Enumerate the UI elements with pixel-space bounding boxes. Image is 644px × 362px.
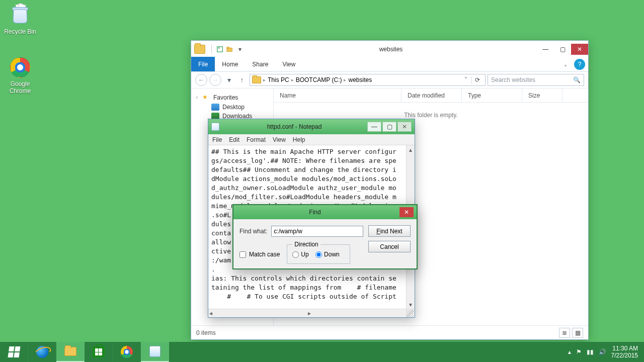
taskbar-notepad[interactable] xyxy=(141,342,169,362)
breadcrumb-item[interactable]: This PC xyxy=(268,76,289,83)
explorer-title: websites xyxy=(245,46,537,53)
nav-recent-dropdown[interactable]: ▾ xyxy=(223,74,234,85)
tab-home[interactable]: Home xyxy=(215,57,245,71)
taskbar-store[interactable] xyxy=(85,342,113,362)
direction-group: Direction Up Down xyxy=(287,241,350,264)
refresh-icon[interactable]: ⟳ xyxy=(471,76,483,83)
folder-icon xyxy=(64,347,76,356)
desktop-icon-label: Recycle Bin xyxy=(2,28,38,35)
address-bar[interactable]: ▸ This PC ▸ BOOTCAMP (C:) ▸ websites ˅ ⟳ xyxy=(250,74,486,86)
scroll-up-icon[interactable]: ▴ xyxy=(407,145,415,154)
notepad-titlebar[interactable]: httpd.conf - Notepad — ▢ ✕ xyxy=(208,119,415,134)
store-icon xyxy=(93,346,105,357)
svg-rect-1 xyxy=(218,47,220,48)
find-what-label: Find what: xyxy=(239,228,267,235)
desktop-icon-recycle-bin[interactable]: Recycle Bin xyxy=(2,3,38,35)
breadcrumb-item[interactable]: BOOTCAMP (C:) xyxy=(296,76,342,83)
qat-properties-icon[interactable] xyxy=(215,44,225,54)
scroll-left-icon[interactable]: ◂ xyxy=(209,310,212,317)
menu-help[interactable]: Help xyxy=(293,136,305,143)
folder-icon xyxy=(252,76,261,83)
desktop-icon-label: Google Chrome xyxy=(2,80,38,95)
maximize-button[interactable]: ▢ xyxy=(382,122,396,132)
notepad-icon xyxy=(149,346,160,357)
col-date[interactable]: Date modified xyxy=(401,88,462,102)
col-type[interactable]: Type xyxy=(462,88,522,102)
close-button[interactable]: ✕ xyxy=(397,122,412,132)
direction-up-radio[interactable]: Up xyxy=(292,251,308,258)
maximize-button[interactable]: ▢ xyxy=(554,44,571,55)
desktop-icon xyxy=(211,104,219,111)
windows-logo-icon xyxy=(8,346,20,357)
search-input[interactable]: Search websites 🔍 xyxy=(488,74,584,86)
menu-format[interactable]: Format xyxy=(247,136,266,143)
view-icons-icon[interactable]: ▦ xyxy=(572,328,583,338)
find-what-input[interactable] xyxy=(271,226,363,237)
close-button[interactable]: ✕ xyxy=(399,207,414,217)
tray-network-icon[interactable]: ▮▮ xyxy=(587,348,594,355)
minimize-button[interactable]: — xyxy=(537,44,554,55)
taskbar-clock[interactable]: 11:30 AM 7/22/2015 xyxy=(611,345,638,359)
empty-folder-message: This folder is empty. xyxy=(404,112,457,119)
list-header[interactable]: Name Date modified Type Size xyxy=(274,88,588,103)
notepad-menubar: File Edit Format View Help xyxy=(208,134,415,145)
menu-edit[interactable]: Edit xyxy=(229,136,239,143)
desktop-icon-chrome[interactable]: Google Chrome xyxy=(2,55,38,95)
tab-view[interactable]: View xyxy=(275,57,302,71)
chrome-icon xyxy=(121,346,133,358)
address-bar-row: ← → ▾ ↑ ▸ This PC ▸ BOOTCAMP (C:) ▸ webs… xyxy=(191,72,588,88)
ribbon-tabs: File Home Share View ˅ ? xyxy=(191,57,588,72)
chrome-icon xyxy=(8,55,32,79)
svg-rect-0 xyxy=(217,46,223,52)
start-button[interactable] xyxy=(0,342,28,362)
horizontal-scrollbar[interactable]: ◂ ▸ xyxy=(208,309,415,317)
explorer-titlebar[interactable]: ▾ websites — ▢ ✕ xyxy=(191,41,588,57)
ie-icon xyxy=(36,346,48,358)
menu-view[interactable]: View xyxy=(273,136,286,143)
notepad-title: httpd.conf - Notepad xyxy=(222,123,366,130)
close-button[interactable]: ✕ xyxy=(571,44,588,55)
direction-legend: Direction xyxy=(292,241,320,248)
scroll-down-icon[interactable]: ▾ xyxy=(407,300,415,309)
col-name[interactable]: Name xyxy=(274,88,401,102)
nav-forward-button[interactable]: → xyxy=(209,74,221,86)
taskbar-explorer[interactable] xyxy=(56,342,85,362)
address-dropdown-icon[interactable]: ˅ xyxy=(462,76,469,83)
tab-share[interactable]: Share xyxy=(245,57,275,71)
minimize-button[interactable]: — xyxy=(367,122,381,132)
view-details-icon[interactable]: ≣ xyxy=(559,328,570,338)
expand-icon[interactable]: ▿ xyxy=(194,95,199,100)
help-icon[interactable]: ? xyxy=(574,59,585,70)
scroll-right-icon[interactable]: ▸ xyxy=(308,310,311,317)
item-count: 0 items xyxy=(196,329,216,336)
folder-icon xyxy=(194,45,205,54)
qat-dropdown-icon[interactable]: ▾ xyxy=(235,44,245,54)
ribbon-expand-icon[interactable]: ˅ xyxy=(560,64,571,71)
col-size[interactable]: Size xyxy=(522,88,562,102)
tray-volume-icon[interactable]: 🔊 xyxy=(599,348,606,355)
find-titlebar[interactable]: Find ✕ xyxy=(233,205,417,219)
taskbar: ▴ ⚑ ▮▮ 🔊 11:30 AM 7/22/2015 xyxy=(0,342,644,362)
cancel-button[interactable]: Cancel xyxy=(368,241,411,252)
find-dialog: Find ✕ Find what: Find Next Match case D… xyxy=(232,204,418,269)
taskbar-ie[interactable] xyxy=(28,342,56,362)
tab-file[interactable]: File xyxy=(191,57,215,71)
nav-favorites[interactable]: ▿ ★ Favorites xyxy=(191,93,273,103)
resize-grip-icon[interactable] xyxy=(406,310,414,317)
notepad-icon xyxy=(211,123,219,131)
menu-file[interactable]: File xyxy=(212,136,222,143)
nav-up-button[interactable]: ↑ xyxy=(236,74,248,85)
taskbar-chrome[interactable] xyxy=(113,342,141,362)
nav-desktop[interactable]: Desktop xyxy=(191,103,273,112)
match-case-checkbox[interactable]: Match case xyxy=(239,251,280,258)
breadcrumb-item[interactable]: websites xyxy=(348,76,372,83)
system-tray[interactable]: ▴ ⚑ ▮▮ 🔊 11:30 AM 7/22/2015 xyxy=(562,342,644,362)
search-icon: 🔍 xyxy=(573,76,581,83)
breadcrumb-sep: ▸ xyxy=(263,77,266,82)
nav-back-button[interactable]: ← xyxy=(195,74,207,86)
qat-newfolder-icon[interactable] xyxy=(225,44,235,54)
tray-overflow-icon[interactable]: ▴ xyxy=(568,348,571,355)
tray-flag-icon[interactable]: ⚑ xyxy=(576,348,582,355)
find-next-button[interactable]: Find Next xyxy=(368,225,411,237)
direction-down-radio[interactable]: Down xyxy=(315,251,340,258)
